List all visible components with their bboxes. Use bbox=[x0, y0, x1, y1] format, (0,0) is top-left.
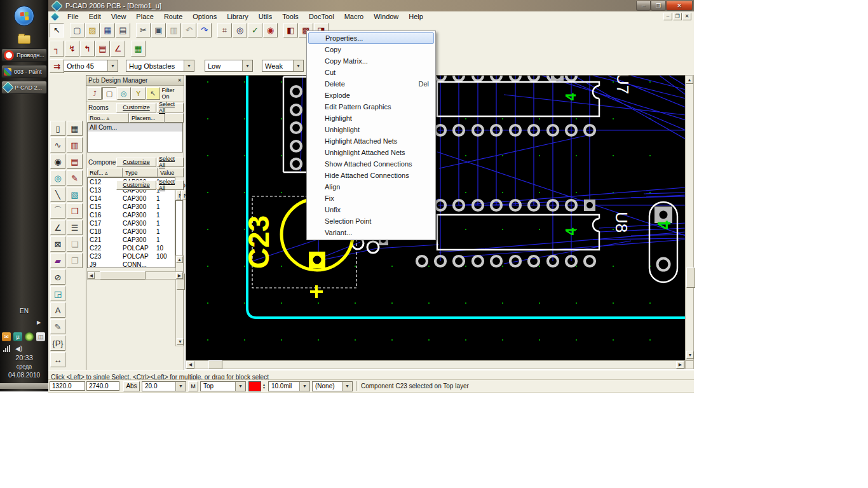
strength-select[interactable]: Weak▼ bbox=[262, 60, 304, 72]
rooms-list[interactable]: All Com... bbox=[87, 123, 183, 152]
close-button[interactable]: ✕ bbox=[666, 1, 693, 11]
titles-select[interactable]: (None)▼ bbox=[312, 381, 353, 391]
menu-doctool[interactable]: DocTool bbox=[304, 13, 339, 20]
rooms-col-room[interactable]: Roo... ▵ bbox=[87, 113, 129, 123]
canvas-vscrollbar[interactable]: ▲ ▼ bbox=[685, 75, 694, 360]
mdi-minimize-button[interactable]: ‒ bbox=[663, 13, 672, 20]
menu-view[interactable]: View bbox=[106, 13, 132, 20]
menu-tools[interactable]: Tools bbox=[277, 13, 304, 20]
context-menu-item[interactable]: Fix bbox=[308, 193, 434, 204]
save-icon[interactable]: ▦ bbox=[100, 23, 115, 37]
context-menu-item[interactable]: DeleteDel bbox=[308, 78, 434, 90]
scroll-left-icon[interactable]: ◀ bbox=[88, 272, 95, 279]
copper-pour-icon[interactable]: ▰ bbox=[50, 253, 65, 268]
table-row[interactable]: C21CAP3001 bbox=[88, 236, 175, 244]
pad-icon[interactable]: ◉ bbox=[50, 154, 65, 169]
layer-color-swatch[interactable] bbox=[248, 381, 261, 391]
table-row[interactable]: J9CONN... bbox=[88, 261, 175, 268]
scroll-right-icon[interactable]: ▶ bbox=[676, 361, 684, 369]
context-menu-item[interactable]: Edit Pattern Graphics bbox=[308, 101, 434, 112]
context-menu-item[interactable]: Copy bbox=[308, 44, 434, 55]
menu-edit[interactable]: Edit bbox=[84, 13, 106, 20]
pads-select-all-button[interactable]: Select All bbox=[157, 180, 184, 190]
scroll-thumb[interactable] bbox=[208, 360, 222, 369]
components-customize-button[interactable]: Customize bbox=[116, 158, 156, 167]
components-col-type[interactable]: Type bbox=[123, 168, 158, 177]
route-interactive-icon[interactable]: ↯ bbox=[65, 41, 79, 57]
field-icon[interactable]: {P} bbox=[50, 336, 65, 351]
scroll-up-icon[interactable]: ▲ bbox=[686, 76, 693, 84]
line-width-select[interactable]: 10.0mil▼ bbox=[268, 381, 310, 391]
chevron-down-icon[interactable]: ▼ bbox=[293, 60, 303, 71]
utorrent-icon[interactable]: µ bbox=[13, 332, 22, 341]
menu-utils[interactable]: Utils bbox=[254, 13, 277, 20]
pcb-canvas[interactable]: 4 U7 4 U8 4 C23 bbox=[186, 75, 686, 361]
quick-launch-folder-icon[interactable] bbox=[18, 35, 31, 44]
route-fanout-icon[interactable]: ∠ bbox=[111, 41, 125, 57]
antivirus-icon[interactable] bbox=[25, 332, 34, 341]
context-menu-item[interactable]: Properties... bbox=[308, 32, 434, 44]
panel-close-icon[interactable]: ✕ bbox=[177, 78, 182, 83]
mail-icon[interactable]: ✉ bbox=[2, 332, 11, 341]
abs-rel-button[interactable]: Abs bbox=[123, 381, 140, 391]
new-icon[interactable]: ▢ bbox=[70, 23, 85, 37]
record-macro-icon[interactable]: ◉ bbox=[263, 23, 278, 37]
menu-place[interactable]: Place bbox=[131, 13, 159, 20]
board-outline-icon[interactable]: ▤ bbox=[67, 154, 83, 169]
route-manual-icon[interactable]: ┐ bbox=[50, 41, 64, 57]
start-button[interactable] bbox=[14, 6, 34, 26]
canvas-hscrollbar[interactable]: ◀ ▶ bbox=[186, 360, 685, 369]
menu-file[interactable]: File bbox=[62, 13, 84, 20]
grid-icon[interactable]: ▦ bbox=[67, 121, 83, 136]
chevron-down-icon[interactable]: ▼ bbox=[107, 60, 118, 71]
menu-macro[interactable]: Macro bbox=[339, 13, 369, 20]
chip-icon[interactable]: ▯ bbox=[50, 121, 65, 136]
rooms-customize-button[interactable]: Customize bbox=[116, 103, 156, 112]
table-row[interactable]: C22POLCAP10 bbox=[88, 244, 175, 252]
chevron-down-icon[interactable]: ▼ bbox=[184, 60, 194, 71]
signal-bars-icon[interactable] bbox=[3, 345, 10, 352]
x-coordinate-field[interactable] bbox=[50, 381, 85, 391]
dimension-icon[interactable]: ↔ bbox=[50, 352, 65, 367]
y-coordinate-field[interactable] bbox=[86, 381, 119, 391]
rooms-select-all-button[interactable]: Select All bbox=[157, 103, 184, 112]
menu-options[interactable]: Options bbox=[187, 13, 222, 20]
cutout-icon[interactable]: ⊠ bbox=[50, 236, 65, 252]
layer-spinner[interactable]: ▲▼ bbox=[262, 383, 266, 390]
drc-icon[interactable]: ✓ bbox=[248, 23, 262, 37]
scroll-right-icon[interactable]: ▶ bbox=[176, 272, 183, 279]
redo-icon[interactable]: ↷ bbox=[197, 23, 212, 37]
rooms-col-placement[interactable]: Placem... bbox=[129, 113, 165, 123]
cut-icon[interactable]: ✂ bbox=[136, 23, 151, 37]
mdi-close-button[interactable]: ✕ bbox=[682, 13, 691, 20]
context-menu-item[interactable]: Show Attached Connections bbox=[308, 158, 434, 170]
context-menu-item[interactable]: Copy Matrix... bbox=[308, 55, 434, 67]
menu-window[interactable]: Window bbox=[369, 13, 403, 20]
components-col-value[interactable]: Value bbox=[158, 168, 184, 177]
components-select-all-button[interactable]: Select All bbox=[157, 158, 184, 167]
ortho-mode-select[interactable]: Ortho 45▼ bbox=[64, 60, 118, 72]
layer-select[interactable]: Top▼ bbox=[200, 381, 246, 391]
context-menu-item[interactable]: Hide Attached Connections bbox=[308, 170, 434, 181]
route-setup-icon[interactable]: ⇉ bbox=[50, 59, 64, 73]
context-menu-item[interactable]: Cut bbox=[308, 67, 434, 78]
grid-select[interactable]: 20.0▼ bbox=[142, 381, 186, 391]
polyline-icon[interactable]: ∠ bbox=[50, 220, 65, 235]
minimize-button[interactable]: ‒ bbox=[636, 1, 651, 11]
chevron-down-icon[interactable]: ▼ bbox=[235, 382, 245, 391]
dm-filter-select-icon[interactable]: ↖ bbox=[146, 87, 160, 100]
maximize-button[interactable]: ❐ bbox=[651, 1, 666, 11]
select-icon[interactable]: ↖ bbox=[50, 23, 64, 37]
pads-col-name[interactable]: Na... ▵ bbox=[176, 191, 181, 200]
context-menu-item[interactable]: Highlight bbox=[308, 112, 434, 124]
scroll-up-icon[interactable]: ▲ bbox=[176, 256, 183, 263]
rooms-list-item[interactable]: All Com... bbox=[88, 124, 164, 131]
context-menu-item[interactable]: Variant... bbox=[308, 227, 434, 238]
text-icon[interactable]: A bbox=[50, 302, 65, 318]
mdi-restore-button[interactable]: ❐ bbox=[673, 13, 682, 20]
image-view-icon[interactable]: ▧ bbox=[67, 187, 83, 202]
context-menu-item[interactable]: Unhighlight bbox=[308, 124, 434, 135]
ratline-icon[interactable]: ∿ bbox=[50, 137, 65, 152]
table-row[interactable]: C17CAP3001 bbox=[88, 219, 175, 227]
draw-tool-icon[interactable]: ✎ bbox=[67, 170, 83, 186]
